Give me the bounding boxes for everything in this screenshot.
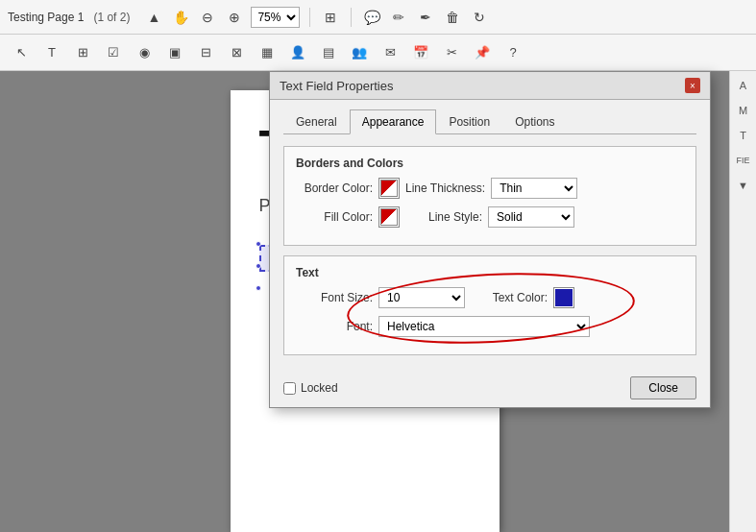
text-color-swatch-inner bbox=[555, 289, 573, 306]
dialog-body: General Appearance Position Options Bord… bbox=[270, 100, 710, 369]
separator2 bbox=[351, 8, 352, 27]
border-color-swatch-inner bbox=[380, 180, 398, 197]
locked-checkbox[interactable] bbox=[283, 382, 296, 395]
strip-btn-down[interactable]: ▼ bbox=[733, 175, 754, 196]
zoom-select[interactable]: 75% bbox=[251, 7, 300, 28]
minus-btn[interactable]: ⊟ bbox=[192, 39, 219, 66]
text-color-label: Text Color: bbox=[471, 291, 548, 304]
tab-general[interactable]: General bbox=[283, 109, 350, 134]
font-select[interactable]: Helvetica Arial Times New Roman Courier … bbox=[378, 316, 590, 337]
arrow-btn[interactable]: ↖ bbox=[8, 39, 35, 66]
fill-color-swatch[interactable] bbox=[378, 206, 400, 228]
checkbox-btn[interactable]: ☑ bbox=[100, 39, 127, 66]
line-thickness-label: Line Thickness: bbox=[405, 181, 485, 195]
dialog-tabs: General Appearance Position Options bbox=[283, 109, 696, 134]
pen-icon[interactable]: ✏ bbox=[388, 7, 409, 28]
field-btn[interactable]: ▤ bbox=[315, 39, 342, 66]
border-color-row: Border Color: Line Thickness: Thin Mediu… bbox=[296, 178, 684, 199]
locked-label: Locked bbox=[301, 381, 338, 395]
line-style-select[interactable]: Solid Dashed Beveled Inset Underline bbox=[488, 206, 574, 228]
line-style-label: Line Style: bbox=[405, 210, 482, 224]
borders-colors-section: Borders and Colors Border Color: Line Th… bbox=[283, 146, 696, 246]
borders-colors-title: Borders and Colors bbox=[296, 157, 684, 170]
tab-appearance[interactable]: Appearance bbox=[350, 109, 437, 134]
page-info: (1 of 2) bbox=[93, 11, 130, 24]
text-section-title: Text bbox=[296, 266, 684, 279]
font-row: Font: Helvetica Arial Times New Roman Co… bbox=[296, 316, 684, 337]
text-color-swatch[interactable] bbox=[553, 287, 574, 308]
fill-color-row: Fill Color: Line Style: Solid Dashed Bev… bbox=[296, 206, 684, 228]
top-toolbar: Testing Page 1 (1 of 2) ▲ ✋ ⊖ ⊕ 75% ⊞ 💬 … bbox=[0, 0, 756, 35]
second-toolbar: ↖ T ⊞ ☑ ◉ ▣ ⊟ ⊠ ▦ 👤 ▤ 👥 ✉ 📅 ✂ 📌 ? bbox=[0, 35, 756, 71]
dialog-footer: Locked Close bbox=[270, 369, 710, 407]
highlight-icon[interactable]: ✒ bbox=[415, 7, 436, 28]
rotate-icon[interactable]: ↻ bbox=[469, 7, 490, 28]
separator bbox=[309, 8, 310, 27]
fill-color-label: Fill Color: bbox=[296, 210, 373, 224]
table-btn[interactable]: ⊞ bbox=[69, 39, 96, 66]
locked-checkbox-label[interactable]: Locked bbox=[283, 381, 338, 395]
users-btn[interactable]: 👥 bbox=[346, 39, 373, 66]
font-size-label: Font Size: bbox=[296, 291, 373, 304]
border-color-swatch[interactable] bbox=[378, 178, 400, 199]
measure-btn[interactable]: ▦ bbox=[254, 39, 280, 66]
font-size-select[interactable]: 6810121416 bbox=[378, 287, 465, 308]
combo-btn[interactable]: ▣ bbox=[161, 39, 188, 66]
email-btn[interactable]: ✉ bbox=[377, 39, 403, 66]
comment-icon[interactable]: 💬 bbox=[361, 7, 382, 28]
line-thickness-select[interactable]: Thin Medium Thick bbox=[491, 178, 577, 199]
dialog-titlebar: Text Field Properties × bbox=[270, 72, 710, 100]
text-field-properties-dialog: Text Field Properties × General Appearan… bbox=[269, 71, 711, 408]
cut-btn[interactable]: ✂ bbox=[438, 39, 465, 66]
close-button[interactable]: Close bbox=[630, 376, 696, 399]
hand-icon[interactable]: ✋ bbox=[170, 7, 191, 28]
trash-icon[interactable]: 🗑 bbox=[442, 7, 463, 28]
help-btn[interactable]: ? bbox=[500, 39, 526, 66]
tab-options[interactable]: Options bbox=[502, 109, 567, 134]
strip-btn-fie[interactable]: FIE bbox=[733, 150, 754, 171]
tab-position[interactable]: Position bbox=[436, 109, 502, 134]
user-btn[interactable]: 👤 bbox=[284, 39, 311, 66]
grid-icon[interactable]: ⊞ bbox=[320, 7, 341, 28]
dialog-title: Text Field Properties bbox=[280, 79, 394, 93]
dialog-close-button[interactable]: × bbox=[685, 78, 700, 93]
right-strip: A M T FIE ▼ bbox=[729, 71, 756, 532]
strip-btn-m[interactable]: M bbox=[733, 100, 754, 121]
text-btn[interactable]: T bbox=[38, 39, 65, 66]
zoom-out-icon[interactable]: ⊖ bbox=[197, 7, 218, 28]
calendar-btn[interactable]: 📅 bbox=[407, 39, 434, 66]
strip-btn-t[interactable]: T bbox=[733, 125, 754, 146]
text-section: Text Font Size: 6810121416 Text Color: F… bbox=[283, 255, 696, 355]
strip-btn-a[interactable]: A bbox=[733, 75, 754, 96]
xmark-btn[interactable]: ⊠ bbox=[223, 39, 250, 66]
border-color-label: Border Color: bbox=[296, 181, 373, 195]
radio-btn[interactable]: ◉ bbox=[131, 39, 158, 66]
font-size-row: Font Size: 6810121416 Text Color: bbox=[296, 287, 684, 308]
tab-label: Testing Page 1 bbox=[8, 11, 84, 24]
fill-color-swatch-inner bbox=[380, 208, 398, 226]
pin-btn[interactable]: 📌 bbox=[469, 39, 496, 66]
cursor-icon[interactable]: ▲ bbox=[143, 7, 164, 28]
font-label: Font: bbox=[296, 320, 373, 333]
zoom-in-icon[interactable]: ⊕ bbox=[224, 7, 245, 28]
